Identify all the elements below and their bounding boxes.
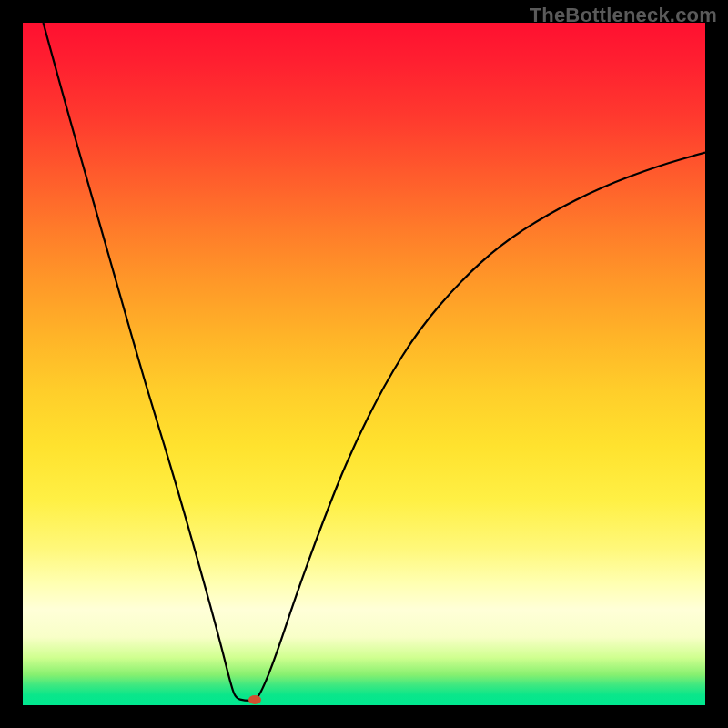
curve-layer bbox=[23, 23, 705, 705]
optimal-point-marker bbox=[248, 695, 261, 704]
watermark-text: TheBottleneck.com bbox=[530, 4, 717, 27]
plot-area bbox=[23, 23, 705, 705]
bottleneck-curve bbox=[44, 23, 706, 701]
chart-frame: TheBottleneck.com bbox=[0, 0, 728, 728]
